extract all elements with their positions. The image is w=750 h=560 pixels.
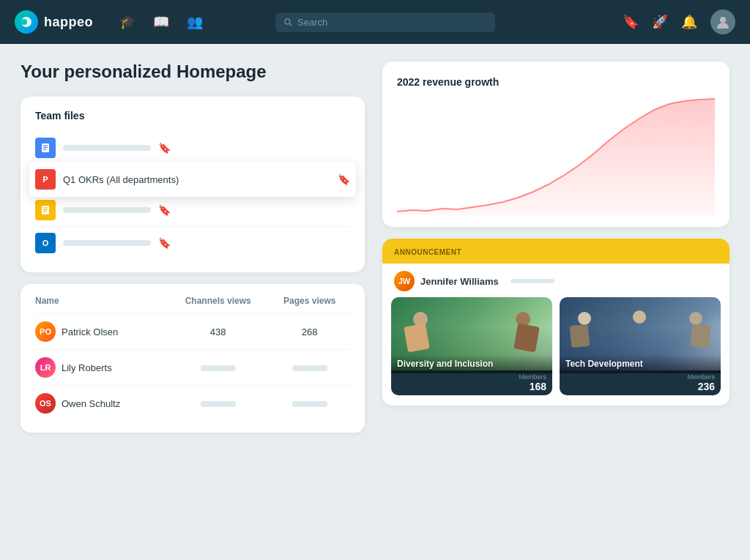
mini-bar [201, 401, 236, 407]
mini-bar [292, 401, 327, 407]
file-bar [63, 207, 151, 213]
user-name-cell: OSOwen Schultz [35, 386, 167, 422]
file-bar [63, 145, 151, 151]
channel-members-count-tech: 236 [565, 381, 715, 392]
channel-members-label: Members [397, 373, 546, 381]
channel-card-tech[interactable]: Tech Development Members 236 [560, 297, 721, 395]
table-row: LRLily Roberts [35, 350, 350, 386]
announcer-bar [510, 279, 554, 283]
logo-icon [15, 10, 38, 34]
mini-bar [201, 365, 236, 371]
announcement-header: Announcement [382, 239, 729, 264]
team-files-title: Team files [35, 110, 350, 122]
table-row: OSOwen Schultz [35, 386, 350, 422]
file-item[interactable]: O 🔖 [35, 227, 350, 259]
user-avatar: PO [35, 321, 56, 342]
file-bar [63, 240, 151, 246]
file-bookmark-icon[interactable]: 🔖 [158, 237, 171, 249]
logo-text: happeo [44, 15, 93, 30]
people-table-card: Name Channels views Pages views POPatric… [21, 284, 365, 433]
navbar: happeo 🎓 📖 👥 🔖 🚀 🔔 [0, 0, 750, 44]
announcement-label: Announcement [394, 248, 461, 256]
user-name-cell: POPatrick Olsen [35, 314, 167, 350]
logo[interactable]: happeo [15, 10, 93, 34]
main-content: Your personalized Homepage Team files 🔖 … [0, 44, 750, 560]
revenue-chart-svg [397, 98, 715, 215]
user-name: Lily Roberts [62, 362, 112, 373]
col-name: Name [35, 296, 167, 314]
pages-views [269, 350, 350, 386]
channel-label-tech: Tech Development [560, 354, 721, 373]
announcer-name: Jennifer Williams [420, 276, 499, 287]
right-column: 2022 revenue growth Announcement [382, 61, 729, 542]
user-name: Patrick Olsen [62, 326, 118, 337]
svg-point-2 [720, 17, 726, 23]
nav-right-icons: 🔖 🚀 🔔 [623, 10, 735, 34]
people-icon[interactable]: 👥 [187, 14, 203, 30]
bookmark-icon[interactable]: 🔖 [623, 14, 639, 30]
svg-point-1 [21, 19, 27, 25]
pages-views: 268 [269, 314, 350, 350]
channel-label-diversity: Diversity and Inclusion [391, 354, 552, 373]
file-item[interactable]: 🔖 [35, 194, 350, 227]
page-title: Your personalized Homepage [21, 61, 365, 82]
channel-members-count-diversity: 168 [397, 381, 546, 392]
sheets-icon [35, 200, 56, 220]
channel-meta-tech: Members 236 [560, 370, 721, 395]
ppt-icon: P [35, 169, 56, 190]
user-avatar: LR [35, 357, 56, 378]
channels-views [167, 350, 269, 386]
table-row: POPatrick Olsen438268 [35, 314, 350, 350]
bell-icon[interactable]: 🔔 [681, 14, 697, 30]
user-name: Owen Schultz [62, 398, 120, 409]
team-files-card: Team files 🔖 P Q1 OKRs (All departments)… [21, 97, 365, 272]
search-icon [283, 17, 293, 27]
channel-meta-diversity: Members 168 [391, 370, 552, 395]
user-avatar: OS [35, 393, 56, 414]
file-bookmark-icon[interactable]: 🔖 [158, 142, 171, 154]
file-name-q1: Q1 OKRs (All departments) [63, 174, 330, 185]
announcement-card: Announcement JW Jennifer Williams [382, 239, 729, 406]
file-bookmark-icon[interactable]: 🔖 [338, 173, 350, 185]
channel-cards: Diversity and Inclusion Members 168 [382, 297, 729, 406]
channel-members-label-tech: Members [565, 373, 715, 381]
channels-views: 438 [167, 314, 269, 350]
pages-views [269, 386, 350, 422]
file-bookmark-icon[interactable]: 🔖 [158, 204, 171, 216]
revenue-chart-card: 2022 revenue growth [382, 61, 729, 227]
chart-area [397, 98, 715, 215]
user-name-cell: LRLily Roberts [35, 350, 167, 386]
search-bar[interactable] [275, 12, 495, 32]
mini-bar [292, 365, 327, 371]
announcer-avatar: JW [394, 271, 415, 291]
search-input[interactable] [297, 17, 488, 28]
book-icon[interactable]: 📖 [153, 14, 169, 30]
chart-title: 2022 revenue growth [397, 76, 715, 88]
file-item-highlighted[interactable]: P Q1 OKRs (All departments) 🔖 [29, 162, 356, 197]
user-avatar[interactable] [710, 10, 735, 34]
people-table: Name Channels views Pages views POPatric… [35, 296, 350, 421]
channels-views [167, 386, 269, 422]
col-channels: Channels views [167, 296, 269, 314]
channel-card-diversity[interactable]: Diversity and Inclusion Members 168 [391, 297, 552, 395]
file-item[interactable]: 🔖 [35, 132, 350, 165]
announcement-user: JW Jennifer Williams [382, 264, 729, 297]
col-pages: Pages views [269, 296, 350, 314]
docs-icon [35, 138, 56, 158]
rocket-icon[interactable]: 🚀 [652, 14, 668, 30]
courses-icon[interactable]: 🎓 [119, 14, 135, 30]
outlook-icon: O [35, 233, 56, 253]
left-column: Your personalized Homepage Team files 🔖 … [21, 61, 365, 542]
